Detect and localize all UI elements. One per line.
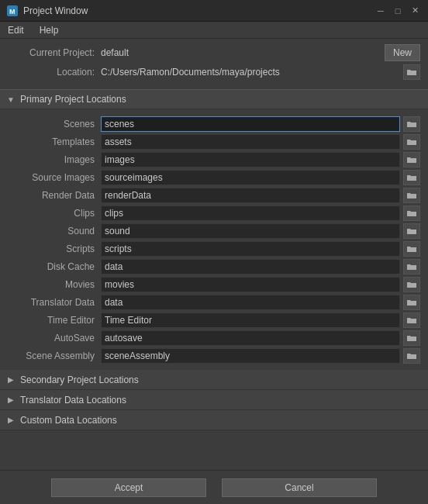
field-input[interactable] <box>101 152 400 167</box>
current-project-value: default <box>101 47 380 58</box>
field-folder-button[interactable] <box>403 241 420 257</box>
field-input[interactable] <box>101 205 400 221</box>
location-value: C:/Users/Ramon/Documents/maya/projects <box>101 67 400 78</box>
collapsed-section-1[interactable]: ▶Translator Data Locations <box>0 390 428 410</box>
field-input[interactable] <box>101 259 400 274</box>
field-folder-button[interactable] <box>403 205 420 221</box>
field-row: Images <box>8 151 420 168</box>
field-row: Source Images <box>8 169 420 186</box>
field-row: AutoSave <box>8 330 420 347</box>
field-row: Movies <box>8 276 420 293</box>
field-label: Scenes <box>8 119 101 129</box>
collapsed-section-2[interactable]: ▶Custom Data Locations <box>0 410 428 430</box>
window-controls: ─ □ ✕ <box>374 4 422 18</box>
location-label: Location: <box>8 67 101 78</box>
collapsed-section-title: Translator Data Locations <box>20 395 126 406</box>
primary-chevron-icon: ▼ <box>6 95 16 104</box>
menu-bar: Edit Help <box>0 22 428 39</box>
minimize-button[interactable]: ─ <box>374 4 388 18</box>
field-label: AutoSave <box>8 333 101 343</box>
field-input[interactable] <box>101 188 400 203</box>
field-label: Source Images <box>8 172 101 183</box>
field-input[interactable] <box>101 277 400 292</box>
title-bar: M Project Window ─ □ ✕ <box>0 0 428 22</box>
field-label: Time Editor <box>8 315 101 326</box>
primary-section-header[interactable]: ▼ Primary Project Locations <box>0 89 428 109</box>
field-label: Translator Data <box>8 297 101 308</box>
primary-section-title: Primary Project Locations <box>20 94 126 105</box>
field-input[interactable] <box>101 116 400 132</box>
field-input[interactable] <box>101 330 400 346</box>
field-row: Disk Cache <box>8 258 420 275</box>
field-row: Scripts <box>8 240 420 257</box>
field-row: Templates <box>8 133 420 150</box>
collapsed-chevron-icon: ▶ <box>6 395 16 405</box>
svg-text:M: M <box>9 8 16 16</box>
field-folder-button[interactable] <box>403 152 420 167</box>
field-row: Render Data <box>8 187 420 204</box>
collapsed-chevron-icon: ▶ <box>6 416 16 425</box>
field-input[interactable] <box>101 312 400 328</box>
menu-help[interactable]: Help <box>36 23 62 37</box>
new-button[interactable]: New <box>385 44 420 61</box>
field-folder-button[interactable] <box>403 188 420 203</box>
accept-button[interactable]: Accept <box>51 478 206 497</box>
field-label: Movies <box>8 279 101 290</box>
project-window: M Project Window ─ □ ✕ Edit Help Current… <box>0 0 428 504</box>
location-folder-button[interactable] <box>403 64 420 80</box>
field-label: Clips <box>8 208 101 219</box>
field-row: Scenes <box>8 116 420 133</box>
current-project-row: Current Project: default New <box>8 43 420 62</box>
field-label: Disk Cache <box>8 261 101 272</box>
field-folder-button[interactable] <box>403 277 420 292</box>
field-input[interactable] <box>101 223 400 239</box>
window-title: Project Window <box>23 5 374 16</box>
cancel-button[interactable]: Cancel <box>222 478 377 497</box>
field-input[interactable] <box>101 295 400 310</box>
field-input[interactable] <box>101 134 400 150</box>
field-folder-button[interactable] <box>403 348 420 364</box>
field-label: Scripts <box>8 243 101 254</box>
current-project-label: Current Project: <box>8 47 101 58</box>
field-folder-button[interactable] <box>403 259 420 274</box>
header-section: Current Project: default New Location: C… <box>0 39 428 89</box>
field-label: Images <box>8 154 101 165</box>
field-row: Scene Assembly <box>8 347 420 364</box>
collapsed-section-0[interactable]: ▶Secondary Project Locations <box>0 370 428 390</box>
location-row: Location: C:/Users/Ramon/Documents/maya/… <box>8 63 420 81</box>
field-input[interactable] <box>101 241 400 257</box>
app-icon: M <box>6 5 19 17</box>
field-input[interactable] <box>101 348 400 364</box>
collapsed-section-title: Secondary Project Locations <box>20 375 139 385</box>
field-row: Translator Data <box>8 294 420 311</box>
bottom-bar: Accept Cancel <box>0 470 428 504</box>
field-label: Templates <box>8 136 101 147</box>
field-row: Clips <box>8 205 420 222</box>
collapsed-chevron-icon: ▶ <box>6 375 16 385</box>
field-folder-button[interactable] <box>403 223 420 239</box>
content-area: Current Project: default New Location: C… <box>0 39 428 470</box>
maximize-button[interactable]: □ <box>391 4 405 18</box>
field-folder-button[interactable] <box>403 312 420 328</box>
field-folder-button[interactable] <box>403 134 420 150</box>
field-folder-button[interactable] <box>403 330 420 346</box>
field-row: Sound <box>8 223 420 240</box>
menu-edit[interactable]: Edit <box>5 23 27 37</box>
close-button[interactable]: ✕ <box>408 4 422 18</box>
field-folder-button[interactable] <box>403 295 420 310</box>
field-label: Sound <box>8 226 101 236</box>
primary-fields: ScenesTemplatesImagesSource ImagesRender… <box>0 111 428 370</box>
field-label: Render Data <box>8 190 101 201</box>
field-input[interactable] <box>101 170 400 185</box>
field-label: Scene Assembly <box>8 350 101 361</box>
field-folder-button[interactable] <box>403 116 420 132</box>
field-folder-button[interactable] <box>403 170 420 185</box>
field-row: Time Editor <box>8 312 420 329</box>
collapsed-section-title: Custom Data Locations <box>20 415 117 426</box>
